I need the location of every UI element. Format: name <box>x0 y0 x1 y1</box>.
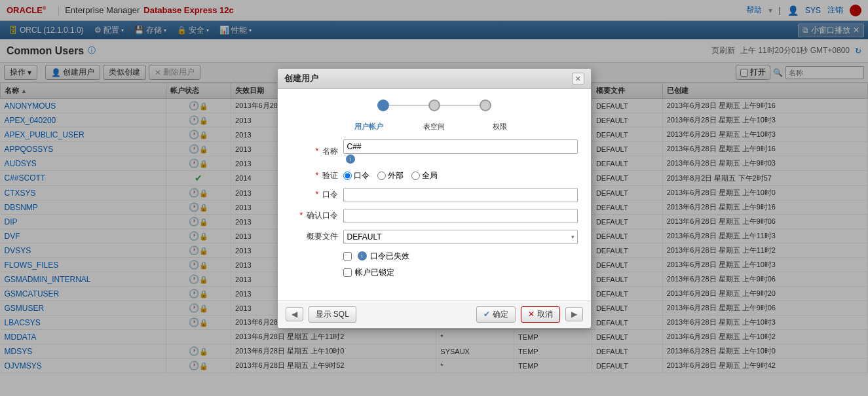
auth-row: * 验证 口令 外部 全局 <box>291 170 578 181</box>
dialog-footer: ◀ 显示 SQL ✔ 确定 ✕ 取消 ▶ <box>278 300 591 328</box>
modal-overlay: 创建用户 × 用户帐户 表空间 权限 * 名称 <box>0 0 868 396</box>
show-sql-button[interactable]: 显示 SQL <box>309 306 356 323</box>
profile-select[interactable]: DEFAULT <box>343 230 578 244</box>
profile-label-text: 概要文件 <box>307 232 338 241</box>
profile-label: 概要文件 <box>291 231 343 242</box>
auth-label-text: 验证 <box>322 171 338 180</box>
name-input[interactable] <box>343 139 578 154</box>
name-info-icon[interactable]: i <box>346 154 355 164</box>
locked-checkbox-row: 帐户已锁定 <box>343 267 578 278</box>
expired-checkbox-row: i 口令已失效 <box>343 251 578 262</box>
auth-field: 口令 外部 全局 <box>343 170 578 181</box>
step-1-label: 用户帐户 <box>343 122 395 132</box>
password-input[interactable] <box>343 188 578 202</box>
auth-label: * 验证 <box>291 170 343 181</box>
confirm-label: 确定 <box>493 309 508 320</box>
expired-field: i 口令已失效 帐户已锁定 <box>343 251 578 283</box>
next-icon: ▶ <box>571 310 577 319</box>
back-icon: ◀ <box>292 310 297 319</box>
confirm-label: * 确认口令 <box>291 210 343 221</box>
create-user-dialog: 创建用户 × 用户帐户 表空间 权限 * 名称 <box>277 68 592 329</box>
show-sql-label: 显示 SQL <box>316 309 349 320</box>
next-button[interactable]: ▶ <box>565 307 583 321</box>
locked-label-text: 帐户已锁定 <box>355 267 394 278</box>
auth-external-radio[interactable] <box>377 171 386 180</box>
step-labels: 用户帐户 表空间 权限 <box>291 122 578 132</box>
confirm-input[interactable] <box>343 209 578 223</box>
cancel-button[interactable]: ✕ 取消 <box>521 306 560 323</box>
locked-checkbox[interactable] <box>343 268 352 277</box>
steps-container <box>291 99 578 111</box>
auth-password[interactable]: 口令 <box>343 170 369 181</box>
step-1-circle <box>377 99 389 111</box>
password-row: * 口令 <box>291 188 578 202</box>
dialog-title: 创建用户 <box>284 73 318 84</box>
confirm-label-text: 确认口令 <box>307 211 338 220</box>
profile-select-wrapper: DEFAULT ▾ <box>343 230 578 244</box>
name-row: * 名称 i <box>291 139 578 164</box>
dialog-close-button[interactable]: × <box>572 73 584 84</box>
step-line-2 <box>440 105 480 106</box>
step-line-1 <box>389 105 428 106</box>
expired-info-icon[interactable]: i <box>358 251 367 261</box>
confirm-row: * 确认口令 <box>291 209 578 223</box>
confirm-button[interactable]: ✔ 确定 <box>476 306 516 323</box>
name-field: i <box>343 139 578 164</box>
step-3-label: 权限 <box>474 122 526 132</box>
expired-row: i 口令已失效 帐户已锁定 <box>291 251 578 283</box>
auth-global[interactable]: 全局 <box>411 170 438 181</box>
password-field <box>343 188 578 202</box>
confirm-icon: ✔ <box>483 310 490 319</box>
cancel-label: 取消 <box>537 309 553 320</box>
step-2-circle <box>428 99 440 111</box>
dialog-header: 创建用户 × <box>278 69 591 89</box>
dialog-body: 用户帐户 表空间 权限 * 名称 i * 验证 <box>278 89 591 300</box>
step-3-circle <box>480 99 491 111</box>
expired-label-text: 口令已失效 <box>370 251 409 262</box>
back-button[interactable]: ◀ <box>286 307 303 321</box>
name-label-text: 名称 <box>322 147 338 156</box>
step-2-label: 表空间 <box>408 122 461 132</box>
expired-checkbox[interactable] <box>343 252 352 261</box>
profile-row: 概要文件 DEFAULT ▾ <box>291 230 578 244</box>
confirm-field <box>343 209 578 223</box>
auth-external[interactable]: 外部 <box>377 170 404 181</box>
password-label-text: 口令 <box>322 190 338 199</box>
auth-global-radio[interactable] <box>411 171 420 180</box>
profile-field: DEFAULT ▾ <box>343 230 578 244</box>
auth-password-radio[interactable] <box>343 171 352 180</box>
password-label: * 口令 <box>291 189 343 200</box>
name-label: * 名称 <box>291 146 343 157</box>
cancel-icon: ✕ <box>528 310 535 319</box>
